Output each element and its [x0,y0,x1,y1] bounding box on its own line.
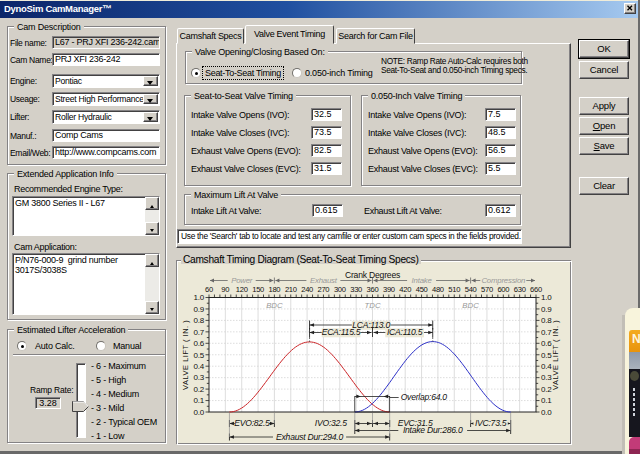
svg-text:540: 540 [465,285,477,294]
svg-text:0.1: 0.1 [193,396,204,405]
svg-text:Exhaust: Exhaust [310,276,338,285]
svg-text:Overlap:64.0: Overlap:64.0 [401,392,448,402]
svg-text:Exhaust Dur:294.0: Exhaust Dur:294.0 [276,432,343,442]
svg-text:1.0: 1.0 [193,293,204,302]
svg-text:390: 390 [383,285,395,294]
svg-text:330: 330 [350,285,362,294]
svg-text:210: 210 [285,285,297,294]
svg-text:0.3: 0.3 [193,373,204,382]
svg-text:630: 630 [514,285,526,294]
svg-text:ICA:110.5: ICA:110.5 [387,327,423,337]
svg-text:0.2: 0.2 [193,385,204,394]
svg-text:600: 600 [497,285,509,294]
svg-text:0.1: 0.1 [541,396,552,405]
svg-text:450: 450 [416,285,428,294]
svg-text:Compression: Compression [481,276,525,285]
svg-text:180: 180 [269,285,281,294]
svg-text:510: 510 [448,285,460,294]
svg-text:0.9: 0.9 [193,305,204,314]
svg-text:420: 420 [399,285,411,294]
svg-text:1.0: 1.0 [541,293,552,302]
svg-text:IVC:73.5: IVC:73.5 [475,418,507,428]
svg-text:150: 150 [252,285,264,294]
svg-text:BDC: BDC [462,301,479,310]
svg-text:570: 570 [481,285,493,294]
svg-text:Power: Power [231,276,253,285]
svg-text:480: 480 [432,285,444,294]
svg-text:90: 90 [221,285,229,294]
svg-text:IVO:32.5: IVO:32.5 [315,418,347,428]
svg-text:300: 300 [334,285,346,294]
svg-text:0.8: 0.8 [193,316,204,325]
svg-text:TDC: TDC [364,301,380,310]
svg-text:0.9: 0.9 [541,305,552,314]
svg-text:0.4: 0.4 [193,362,204,371]
svg-text:Intake: Intake [412,276,433,285]
svg-text:0.5: 0.5 [193,351,204,360]
svg-text:0.7: 0.7 [193,328,204,337]
svg-text:0.6: 0.6 [193,339,204,348]
svg-text:ECA:115.5: ECA:115.5 [322,327,361,337]
svg-text:VALVE LIFT ( IN. ): VALVE LIFT ( IN. ) [551,320,560,390]
svg-text:60: 60 [205,285,213,294]
svg-text:240: 240 [301,285,313,294]
svg-text:270: 270 [318,285,330,294]
svg-text:Camshaft Timing Diagram (Seat-: Camshaft Timing Diagram (Seat-To-Seat Ti… [183,254,419,265]
svg-text:EVO:82.5: EVO:82.5 [234,418,270,428]
svg-text:BDC: BDC [266,301,283,310]
svg-text:VALVE LIFT ( IN. ): VALVE LIFT ( IN. ) [181,320,190,390]
svg-text:120: 120 [236,285,248,294]
svg-text:0.0: 0.0 [541,408,552,417]
svg-text:360: 360 [367,285,379,294]
svg-text:0.0: 0.0 [193,408,204,417]
svg-text:Intake Dur:286.0: Intake Dur:286.0 [403,425,463,435]
